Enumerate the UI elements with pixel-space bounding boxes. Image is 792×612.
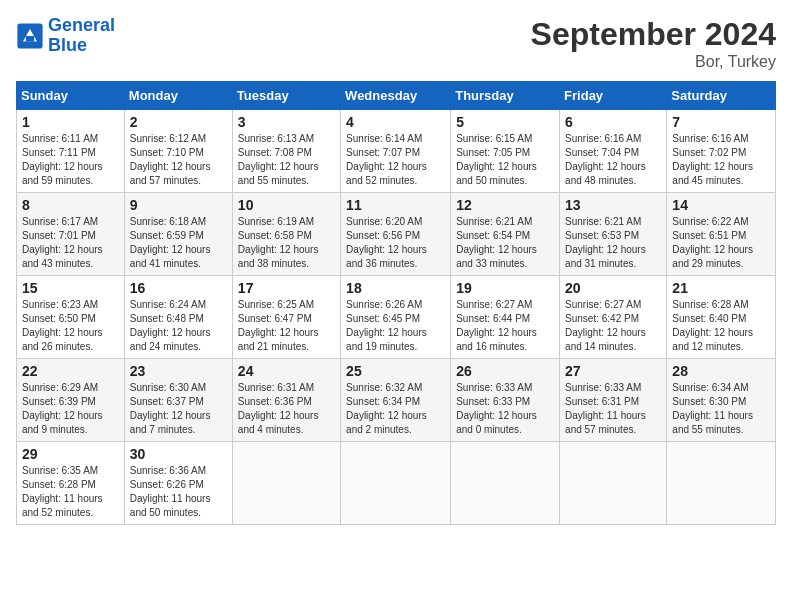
calendar-cell: 6Sunrise: 6:16 AMSunset: 7:04 PMDaylight…: [560, 110, 667, 193]
day-number: 6: [565, 114, 661, 130]
day-details: Sunrise: 6:28 AMSunset: 6:40 PMDaylight:…: [672, 298, 770, 354]
svg-rect-2: [26, 36, 34, 42]
day-number: 24: [238, 363, 335, 379]
day-details: Sunrise: 6:32 AMSunset: 6:34 PMDaylight:…: [346, 381, 445, 437]
calendar-week-row: 22Sunrise: 6:29 AMSunset: 6:39 PMDayligh…: [17, 359, 776, 442]
calendar-cell: 25Sunrise: 6:32 AMSunset: 6:34 PMDayligh…: [341, 359, 451, 442]
calendar-cell: 7Sunrise: 6:16 AMSunset: 7:02 PMDaylight…: [667, 110, 776, 193]
header-day-wednesday: Wednesday: [341, 82, 451, 110]
calendar-cell: [451, 442, 560, 525]
day-number: 17: [238, 280, 335, 296]
day-number: 5: [456, 114, 554, 130]
day-details: Sunrise: 6:19 AMSunset: 6:58 PMDaylight:…: [238, 215, 335, 271]
day-details: Sunrise: 6:29 AMSunset: 6:39 PMDaylight:…: [22, 381, 119, 437]
calendar-cell: 30Sunrise: 6:36 AMSunset: 6:26 PMDayligh…: [124, 442, 232, 525]
logo: General Blue: [16, 16, 115, 56]
day-number: 27: [565, 363, 661, 379]
day-details: Sunrise: 6:27 AMSunset: 6:42 PMDaylight:…: [565, 298, 661, 354]
day-details: Sunrise: 6:26 AMSunset: 6:45 PMDaylight:…: [346, 298, 445, 354]
calendar-cell: 23Sunrise: 6:30 AMSunset: 6:37 PMDayligh…: [124, 359, 232, 442]
day-number: 29: [22, 446, 119, 462]
day-number: 19: [456, 280, 554, 296]
calendar-cell: 5Sunrise: 6:15 AMSunset: 7:05 PMDaylight…: [451, 110, 560, 193]
day-number: 7: [672, 114, 770, 130]
calendar-cell: 20Sunrise: 6:27 AMSunset: 6:42 PMDayligh…: [560, 276, 667, 359]
calendar-cell: 27Sunrise: 6:33 AMSunset: 6:31 PMDayligh…: [560, 359, 667, 442]
day-number: 14: [672, 197, 770, 213]
calendar-cell: 10Sunrise: 6:19 AMSunset: 6:58 PMDayligh…: [232, 193, 340, 276]
day-number: 12: [456, 197, 554, 213]
calendar-cell: 18Sunrise: 6:26 AMSunset: 6:45 PMDayligh…: [341, 276, 451, 359]
calendar-week-row: 1Sunrise: 6:11 AMSunset: 7:11 PMDaylight…: [17, 110, 776, 193]
day-number: 1: [22, 114, 119, 130]
day-details: Sunrise: 6:24 AMSunset: 6:48 PMDaylight:…: [130, 298, 227, 354]
day-details: Sunrise: 6:18 AMSunset: 6:59 PMDaylight:…: [130, 215, 227, 271]
day-details: Sunrise: 6:15 AMSunset: 7:05 PMDaylight:…: [456, 132, 554, 188]
header-day-saturday: Saturday: [667, 82, 776, 110]
day-details: Sunrise: 6:25 AMSunset: 6:47 PMDaylight:…: [238, 298, 335, 354]
day-details: Sunrise: 6:14 AMSunset: 7:07 PMDaylight:…: [346, 132, 445, 188]
day-details: Sunrise: 6:35 AMSunset: 6:28 PMDaylight:…: [22, 464, 119, 520]
day-number: 18: [346, 280, 445, 296]
calendar-cell: [232, 442, 340, 525]
day-details: Sunrise: 6:21 AMSunset: 6:53 PMDaylight:…: [565, 215, 661, 271]
header-day-sunday: Sunday: [17, 82, 125, 110]
page-header: General Blue September 2024 Bor, Turkey: [16, 16, 776, 71]
logo-text: General Blue: [48, 16, 115, 56]
day-details: Sunrise: 6:16 AMSunset: 7:04 PMDaylight:…: [565, 132, 661, 188]
day-details: Sunrise: 6:22 AMSunset: 6:51 PMDaylight:…: [672, 215, 770, 271]
day-number: 2: [130, 114, 227, 130]
header-day-tuesday: Tuesday: [232, 82, 340, 110]
day-number: 26: [456, 363, 554, 379]
day-number: 10: [238, 197, 335, 213]
calendar-cell: 12Sunrise: 6:21 AMSunset: 6:54 PMDayligh…: [451, 193, 560, 276]
calendar-cell: 26Sunrise: 6:33 AMSunset: 6:33 PMDayligh…: [451, 359, 560, 442]
calendar-cell: 19Sunrise: 6:27 AMSunset: 6:44 PMDayligh…: [451, 276, 560, 359]
calendar-cell: 22Sunrise: 6:29 AMSunset: 6:39 PMDayligh…: [17, 359, 125, 442]
calendar-cell: 3Sunrise: 6:13 AMSunset: 7:08 PMDaylight…: [232, 110, 340, 193]
day-number: 21: [672, 280, 770, 296]
calendar-body: 1Sunrise: 6:11 AMSunset: 7:11 PMDaylight…: [17, 110, 776, 525]
day-number: 15: [22, 280, 119, 296]
day-number: 13: [565, 197, 661, 213]
calendar-cell: [341, 442, 451, 525]
day-details: Sunrise: 6:33 AMSunset: 6:31 PMDaylight:…: [565, 381, 661, 437]
calendar-header-row: SundayMondayTuesdayWednesdayThursdayFrid…: [17, 82, 776, 110]
calendar-cell: 15Sunrise: 6:23 AMSunset: 6:50 PMDayligh…: [17, 276, 125, 359]
day-details: Sunrise: 6:36 AMSunset: 6:26 PMDaylight:…: [130, 464, 227, 520]
calendar-cell: 28Sunrise: 6:34 AMSunset: 6:30 PMDayligh…: [667, 359, 776, 442]
day-details: Sunrise: 6:27 AMSunset: 6:44 PMDaylight:…: [456, 298, 554, 354]
day-details: Sunrise: 6:34 AMSunset: 6:30 PMDaylight:…: [672, 381, 770, 437]
calendar-cell: 24Sunrise: 6:31 AMSunset: 6:36 PMDayligh…: [232, 359, 340, 442]
title-section: September 2024 Bor, Turkey: [531, 16, 776, 71]
day-number: 25: [346, 363, 445, 379]
logo-line2: Blue: [48, 35, 87, 55]
day-details: Sunrise: 6:11 AMSunset: 7:11 PMDaylight:…: [22, 132, 119, 188]
day-details: Sunrise: 6:30 AMSunset: 6:37 PMDaylight:…: [130, 381, 227, 437]
day-number: 23: [130, 363, 227, 379]
day-details: Sunrise: 6:31 AMSunset: 6:36 PMDaylight:…: [238, 381, 335, 437]
calendar-cell: 17Sunrise: 6:25 AMSunset: 6:47 PMDayligh…: [232, 276, 340, 359]
day-number: 11: [346, 197, 445, 213]
calendar-cell: 13Sunrise: 6:21 AMSunset: 6:53 PMDayligh…: [560, 193, 667, 276]
day-number: 8: [22, 197, 119, 213]
calendar-cell: 2Sunrise: 6:12 AMSunset: 7:10 PMDaylight…: [124, 110, 232, 193]
day-details: Sunrise: 6:12 AMSunset: 7:10 PMDaylight:…: [130, 132, 227, 188]
day-details: Sunrise: 6:16 AMSunset: 7:02 PMDaylight:…: [672, 132, 770, 188]
calendar-cell: 8Sunrise: 6:17 AMSunset: 7:01 PMDaylight…: [17, 193, 125, 276]
logo-line1: General: [48, 15, 115, 35]
day-number: 28: [672, 363, 770, 379]
logo-icon: [16, 22, 44, 50]
day-details: Sunrise: 6:33 AMSunset: 6:33 PMDaylight:…: [456, 381, 554, 437]
location-title: Bor, Turkey: [531, 53, 776, 71]
header-day-thursday: Thursday: [451, 82, 560, 110]
calendar-cell: 9Sunrise: 6:18 AMSunset: 6:59 PMDaylight…: [124, 193, 232, 276]
calendar-cell: 14Sunrise: 6:22 AMSunset: 6:51 PMDayligh…: [667, 193, 776, 276]
calendar-cell: 1Sunrise: 6:11 AMSunset: 7:11 PMDaylight…: [17, 110, 125, 193]
header-day-monday: Monday: [124, 82, 232, 110]
calendar-week-row: 8Sunrise: 6:17 AMSunset: 7:01 PMDaylight…: [17, 193, 776, 276]
month-title: September 2024: [531, 16, 776, 53]
day-number: 9: [130, 197, 227, 213]
day-number: 20: [565, 280, 661, 296]
calendar-cell: [667, 442, 776, 525]
